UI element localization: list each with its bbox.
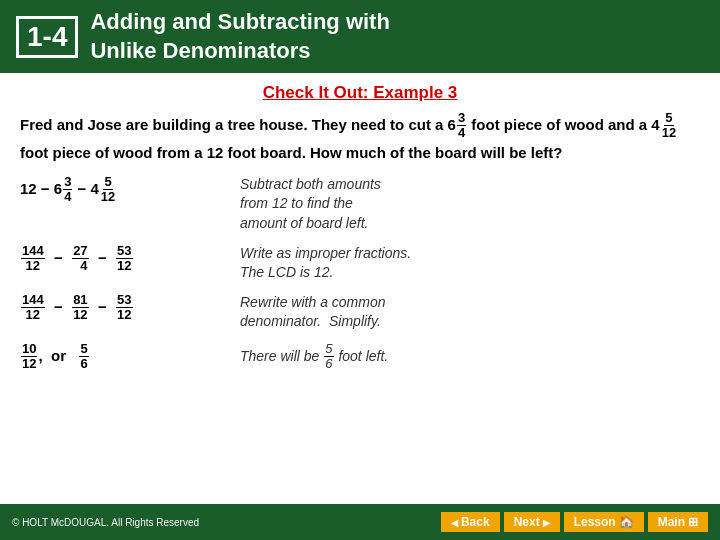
equation-4: 1012, or 56 [20, 342, 220, 372]
frac-144-12: 14412 [21, 244, 45, 274]
frac-5-12-eq1: 512 [100, 175, 116, 205]
lesson-badge: 1-4 [16, 16, 78, 58]
explanation-2: Write as improper fractions.The LCD is 1… [240, 244, 411, 283]
row-1: 12 − 634 − 4512 Subtract both amountsfro… [20, 175, 700, 234]
next-label: Next [514, 515, 540, 529]
lesson-label: Lesson [574, 515, 616, 529]
back-button[interactable]: Back [441, 512, 500, 532]
frac-3-4-eq1: 34 [63, 175, 72, 205]
frac-27-4: 27 4 [72, 244, 88, 274]
equation-3: 14412 − 8112 − 5312 [20, 293, 220, 323]
frac-10-12: 1012 [21, 342, 37, 372]
back-label: Back [461, 515, 490, 529]
header-title: Adding and Subtracting with Unlike Denom… [90, 8, 389, 65]
main-label: Main [658, 515, 685, 529]
badge-number: 1-4 [27, 21, 67, 52]
header-title-line2: Unlike Denominators [90, 37, 389, 66]
frac-5-6: 56 [79, 342, 88, 372]
frac-81-12: 8112 [72, 293, 88, 323]
row-4: 1012, or 56 There will be 56 foot left. [20, 342, 700, 372]
main-button[interactable]: Main ⊞ [648, 512, 708, 532]
frac-5-12: 512 [661, 111, 677, 141]
row-2: 14412 − 27 4 − 5312 Write as improper fr… [20, 244, 700, 283]
equation-1: 12 − 634 − 4512 [20, 175, 220, 205]
nav-buttons: Back Next Lesson 🏠 Main ⊞ [441, 512, 708, 532]
next-button[interactable]: Next [504, 512, 560, 532]
section-title: Check It Out: Example 3 [20, 83, 700, 103]
home-icon: 🏠 [619, 515, 634, 529]
frac-53-12-eq3: 5312 [116, 293, 132, 323]
footer: © HOLT McDOUGAL. All Rights Reserved Bac… [0, 504, 720, 540]
explanation-4: There will be 56 foot left. [240, 342, 388, 372]
problem-text: Fred and Jose are building a tree house.… [20, 111, 700, 165]
frac-144-12-eq3: 14412 [21, 293, 45, 323]
lesson-button[interactable]: Lesson 🏠 [564, 512, 644, 532]
main-icon: ⊞ [688, 515, 698, 529]
header: 1-4 Adding and Subtracting with Unlike D… [0, 0, 720, 73]
equation-2: 14412 − 27 4 − 5312 [20, 244, 220, 274]
next-arrow-icon [543, 515, 550, 529]
copyright: © HOLT McDOUGAL. All Rights Reserved [12, 517, 199, 528]
header-title-line1: Adding and Subtracting with [90, 8, 389, 37]
frac-5-6-result: 56 [324, 342, 333, 372]
explanation-1: Subtract both amountsfrom 12 to find the… [240, 175, 381, 234]
main-content: Check It Out: Example 3 Fred and Jose ar… [0, 73, 720, 371]
frac-3-4: 34 [457, 111, 466, 141]
explanation-3: Rewrite with a commondenominator. Simpli… [240, 293, 386, 332]
row-3: 14412 − 8112 − 5312 Rewrite with a commo… [20, 293, 700, 332]
back-arrow-icon [451, 515, 458, 529]
frac-53-12-eq2: 5312 [116, 244, 132, 274]
